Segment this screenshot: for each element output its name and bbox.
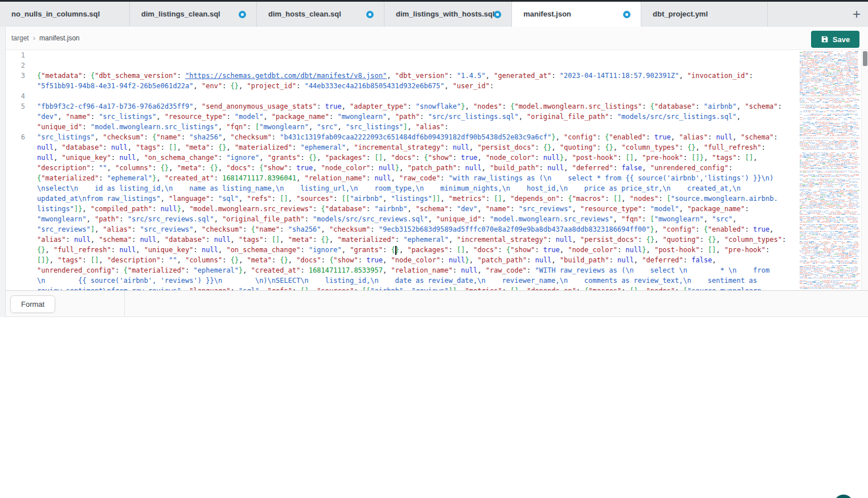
editor-scrollbar[interactable] bbox=[861, 50, 868, 290]
line-number bbox=[6, 224, 33, 234]
code-editor[interactable]: 123{"metadata": {"dbt_schema_version": "… bbox=[6, 50, 797, 290]
code-row[interactable]: "5f51bb91-94b8-4e31-94f2-26b5e061d22a", … bbox=[6, 81, 797, 91]
ide-root: no_nulls_in_columns.sql dim_listings_cle… bbox=[0, 0, 868, 498]
code-row[interactable]: 2 bbox=[6, 60, 797, 71]
code-row[interactable]: null, "database": null, "tags": [], "met… bbox=[6, 142, 797, 153]
breadcrumb-bar: target›manifest.json Save bbox=[0, 27, 868, 50]
bottom-panel-header: Format bbox=[6, 290, 868, 317]
tab-no-nulls-in-columns[interactable]: no_nulls_in_columns.sql bbox=[0, 2, 130, 27]
code-row[interactable]: listings"]}, "compiled_path": null}, "mo… bbox=[6, 204, 797, 214]
line-number bbox=[6, 204, 33, 214]
line-number bbox=[6, 81, 33, 91]
code-row[interactable]: \nselect\n id as listing_id,\n name as l… bbox=[6, 183, 797, 194]
tab-label: dbt_project.yml bbox=[641, 2, 767, 27]
unsaved-dot-icon[interactable] bbox=[623, 11, 630, 18]
text-cursor bbox=[395, 246, 396, 255]
line-number bbox=[6, 265, 33, 275]
unsaved-dot-icon[interactable] bbox=[494, 11, 501, 18]
line-number: 3 bbox=[6, 71, 33, 81]
unsaved-dot-icon[interactable] bbox=[366, 11, 374, 18]
line-number: 4 bbox=[6, 91, 33, 101]
line-number bbox=[6, 245, 33, 255]
save-icon bbox=[821, 35, 829, 43]
tab-label: no_nulls_in_columns.sql bbox=[0, 2, 129, 27]
new-tab-button[interactable]: + bbox=[849, 6, 865, 22]
line-number bbox=[6, 153, 33, 163]
line-number bbox=[6, 112, 33, 122]
line-number bbox=[6, 214, 33, 224]
line-number bbox=[6, 122, 33, 132]
line-number bbox=[6, 255, 33, 265]
code-row[interactable]: "src_reviews"], "alias": "src_reviews", … bbox=[6, 224, 797, 234]
line-number bbox=[6, 286, 33, 290]
line-number bbox=[6, 142, 33, 153]
tab-label: dim_listings_with_hosts.sql bbox=[384, 2, 511, 27]
code-row[interactable]: 3{"metadata": {"dbt_schema_version": "ht… bbox=[6, 71, 797, 81]
line-number bbox=[6, 194, 33, 204]
code-row[interactable]: "unique_id": "model.mwonglearn.src_listi… bbox=[6, 122, 797, 132]
breadcrumb-folder[interactable]: target bbox=[11, 34, 29, 42]
code-row[interactable]: "alias": null, "schema": null, "database… bbox=[6, 234, 797, 245]
line-number bbox=[6, 163, 33, 173]
line-number: 6 bbox=[6, 132, 33, 142]
code-row[interactable]: []}, "tags": [], "description": "", "col… bbox=[6, 255, 797, 265]
code-row[interactable]: "description": "", "columns": {}, "meta"… bbox=[6, 163, 797, 173]
line-number: 1 bbox=[6, 50, 33, 60]
code-row[interactable]: review_sentiment\nfrom raw_reviews", "la… bbox=[6, 286, 797, 290]
chevron-right-icon: › bbox=[33, 34, 35, 42]
save-label: Save bbox=[833, 35, 850, 44]
code-row[interactable]: 1 bbox=[6, 50, 797, 60]
line-number bbox=[6, 234, 33, 245]
code-row[interactable]: {"materialized": "ephemeral"}, "created_… bbox=[6, 173, 797, 183]
tab-bar: no_nulls_in_columns.sql dim_listings_cle… bbox=[0, 2, 868, 27]
code-row[interactable]: "mwonglearn", "path": "src/src_reviews.s… bbox=[6, 214, 797, 224]
line-number: 5 bbox=[6, 101, 33, 112]
line-number bbox=[6, 183, 33, 194]
code-row[interactable]: 5"fbb9f3c2-cf96-4a17-b736-976a62d35ff9",… bbox=[6, 101, 797, 112]
code-row[interactable]: 6"src_listings", "checksum": {"name": "s… bbox=[6, 132, 797, 142]
line-number bbox=[6, 275, 33, 286]
bottom-panel-body bbox=[0, 317, 868, 498]
breadcrumb-file: manifest.json bbox=[39, 34, 80, 42]
code-row[interactable]: {}, "full_refresh": null, "unique_key": … bbox=[6, 245, 797, 255]
tab-dim-listings-with-hosts[interactable]: dim_listings_with_hosts.sql bbox=[384, 2, 512, 27]
tab-dim-hosts-clean[interactable]: dim_hosts_clean.sql bbox=[257, 2, 384, 27]
line-number: 2 bbox=[6, 60, 33, 71]
breadcrumb: target›manifest.json bbox=[11, 27, 80, 50]
code-row[interactable]: "unrendered_config": {"materialized": "e… bbox=[6, 265, 797, 275]
code-row[interactable]: \n {{ source('airbnb', 'reviews') }}\n \… bbox=[6, 275, 797, 286]
tab-label: dim_hosts_clean.sql bbox=[257, 2, 384, 27]
tab-dbt-project-yml[interactable]: dbt_project.yml bbox=[641, 2, 768, 27]
format-button[interactable]: Format bbox=[10, 295, 55, 313]
panel-divider bbox=[124, 291, 125, 316]
code-row[interactable]: null, "unique_key": null, "on_schema_cha… bbox=[6, 153, 797, 163]
code-row[interactable]: 4 bbox=[6, 91, 797, 101]
tab-manifest-json[interactable]: manifest.json bbox=[512, 2, 641, 27]
minimap[interactable] bbox=[797, 50, 861, 290]
code-lines: 123{"metadata": {"dbt_schema_version": "… bbox=[6, 50, 797, 290]
save-button[interactable]: Save bbox=[811, 31, 859, 48]
line-number bbox=[6, 173, 33, 183]
unsaved-dot-icon[interactable] bbox=[239, 11, 246, 18]
tab-label: dim_listings_clean.sql bbox=[130, 2, 256, 27]
left-rail bbox=[0, 27, 6, 317]
tab-label: manifest.json bbox=[512, 2, 641, 27]
code-row[interactable]: "dev", "name": "src_listings", "resource… bbox=[6, 112, 797, 122]
code-row[interactable]: updated_at\nfrom raw_listings", "languag… bbox=[6, 194, 797, 204]
tab-dim-listings-clean[interactable]: dim_listings_clean.sql bbox=[130, 2, 257, 27]
scrollbar-thumb[interactable] bbox=[863, 51, 867, 66]
